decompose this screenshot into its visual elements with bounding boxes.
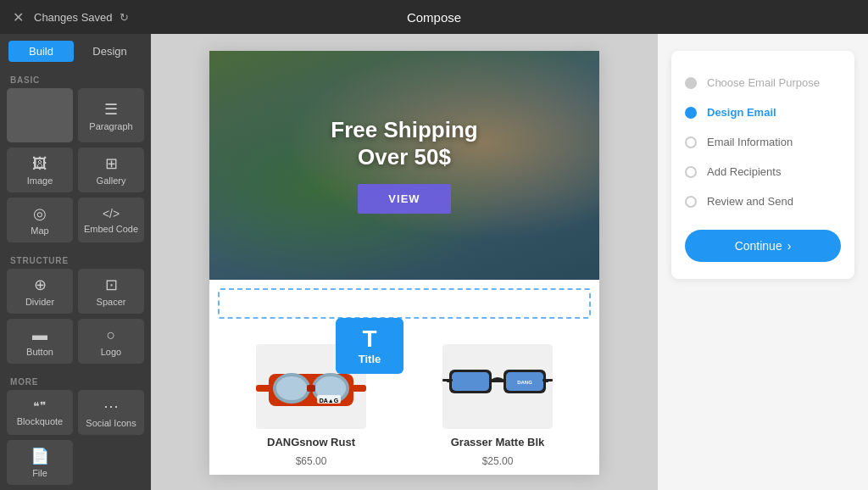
svg-rect-22: [542, 379, 553, 381]
step-label-1: Choose Email Purpose: [707, 76, 820, 89]
gallery-icon: ⊞: [105, 156, 118, 171]
main-layout: Build Design BASIC ☰ Paragraph 🖼 Image ⊞…: [0, 34, 868, 490]
widget-map[interactable]: ◎ Map: [7, 198, 73, 242]
widget-spacer[interactable]: ⊡ Spacer: [78, 269, 144, 314]
step-label-5: Review and Send: [707, 195, 793, 208]
tab-build[interactable]: Build: [8, 41, 74, 62]
step-item-2[interactable]: Design Email: [685, 97, 841, 127]
widget-embed[interactable]: </> Embed Code: [78, 198, 144, 242]
step-dot-3: [685, 136, 697, 148]
step-item-5[interactable]: Review and Send: [685, 187, 841, 216]
image-icon: 🖼: [32, 156, 47, 171]
right-panel: Choose Email Purpose Design Email Email …: [658, 34, 868, 490]
paragraph-icon: ☰: [104, 102, 118, 117]
chevron-right-icon: ›: [787, 239, 792, 253]
close-button[interactable]: ✕: [8, 8, 27, 26]
hero-overlay: Free Shipping Over 50$ VIEW: [209, 51, 599, 280]
step-label-2: Design Email: [707, 106, 776, 119]
continue-button[interactable]: Continue ›: [685, 230, 841, 262]
top-bar-left: ✕ Changes Saved ↻: [0, 8, 129, 26]
products-grid: DA▲G DANGsnow Rust $65.00: [209, 327, 599, 484]
svg-rect-10: [349, 385, 366, 392]
svg-text:DANG: DANG: [517, 380, 532, 385]
svg-rect-9: [256, 385, 273, 392]
structure-widgets: ⊕ Divider ⊡ Spacer ▬ Button ○ Logo: [0, 269, 151, 370]
widget-paragraph[interactable]: ☰ Paragraph: [78, 88, 144, 142]
file-icon: 📄: [31, 448, 49, 464]
title-drag-item[interactable]: T Title: [336, 318, 403, 374]
email-canvas: Free Shipping Over 50$ VIEW: [209, 51, 599, 475]
svg-text:DA▲G: DA▲G: [320, 398, 339, 404]
step-dot-2: [685, 107, 697, 119]
top-bar: ✕ Changes Saved ↻ Compose: [0, 0, 868, 34]
drop-zone[interactable]: [218, 288, 591, 319]
basic-widgets: ☰ Paragraph 🖼 Image ⊞ Gallery ◎ Map </> …: [0, 88, 151, 249]
hero-view-button[interactable]: VIEW: [358, 184, 450, 214]
step-label-3: Email Information: [707, 136, 793, 148]
widget-button[interactable]: ▬ Button: [7, 319, 73, 364]
section-basic-label: BASIC: [0, 69, 151, 88]
step-item-3[interactable]: Email Information: [685, 127, 841, 157]
sidebar: Build Design BASIC ☰ Paragraph 🖼 Image ⊞…: [0, 34, 151, 490]
logo-icon: ○: [107, 327, 116, 342]
canvas-area: T Title Free Shipping Over 50$ VIEW: [151, 34, 658, 490]
section-more-label: MORE: [0, 370, 151, 390]
sidebar-tabs: Build Design: [0, 34, 151, 69]
blockquote-icon: ❝❞: [33, 400, 47, 412]
svg-point-4: [276, 376, 307, 400]
step-item-4[interactable]: Add Recipients: [685, 157, 841, 187]
svg-rect-8: [307, 385, 315, 392]
more-widgets: ❝❞ Blockquote ⋯ Social Icons 📄 File: [0, 390, 151, 490]
step-dot-1: [685, 77, 697, 89]
widget-text-block[interactable]: [7, 88, 73, 142]
widget-file[interactable]: 📄 File: [7, 440, 73, 485]
embed-icon: </>: [103, 208, 120, 220]
widget-gallery[interactable]: ⊞ Gallery: [78, 148, 144, 192]
divider-icon: ⊕: [34, 277, 47, 292]
widget-image[interactable]: 🖼 Image: [7, 148, 73, 192]
refresh-icon[interactable]: ↻: [120, 11, 129, 24]
svg-rect-17: [452, 372, 489, 391]
product-image-2: DANG: [442, 344, 553, 429]
widget-divider[interactable]: ⊕ Divider: [7, 269, 73, 314]
hero-text: Free Shipping Over 50$: [331, 117, 477, 170]
button-icon: ▬: [32, 327, 47, 342]
step-label-4: Add Recipients: [707, 165, 781, 178]
product-price-2: $25.00: [482, 455, 514, 467]
product-name-1: DANGsnow Rust: [267, 436, 355, 448]
product-price-1: $65.00: [296, 455, 327, 467]
svg-rect-21: [442, 379, 453, 381]
product-name-2: Grasser Matte Blk: [451, 436, 545, 448]
tab-design[interactable]: Design: [77, 41, 142, 62]
product-item-2: DANG Grasser Matte Blk $25.00: [404, 336, 591, 476]
changes-saved-label: Changes Saved: [34, 11, 113, 24]
title-drag-label: Title: [359, 353, 381, 365]
step-dot-5: [685, 196, 697, 208]
social-icon: ⋯: [103, 398, 119, 414]
map-icon: ◎: [33, 206, 47, 221]
spacer-icon: ⊡: [105, 277, 118, 292]
page-title: Compose: [407, 10, 461, 25]
title-drag-icon: T: [362, 327, 376, 351]
steps-card: Choose Email Purpose Design Email Email …: [671, 51, 854, 279]
widget-logo[interactable]: ○ Logo: [78, 319, 144, 364]
widget-social[interactable]: ⋯ Social Icons: [78, 390, 144, 435]
step-item-1[interactable]: Choose Email Purpose: [685, 68, 841, 97]
section-structure-label: STRUCTURE: [0, 249, 151, 269]
hero-section: Free Shipping Over 50$ VIEW: [209, 51, 599, 280]
widget-blockquote[interactable]: ❝❞ Blockquote: [7, 390, 73, 435]
step-dot-4: [685, 166, 697, 178]
